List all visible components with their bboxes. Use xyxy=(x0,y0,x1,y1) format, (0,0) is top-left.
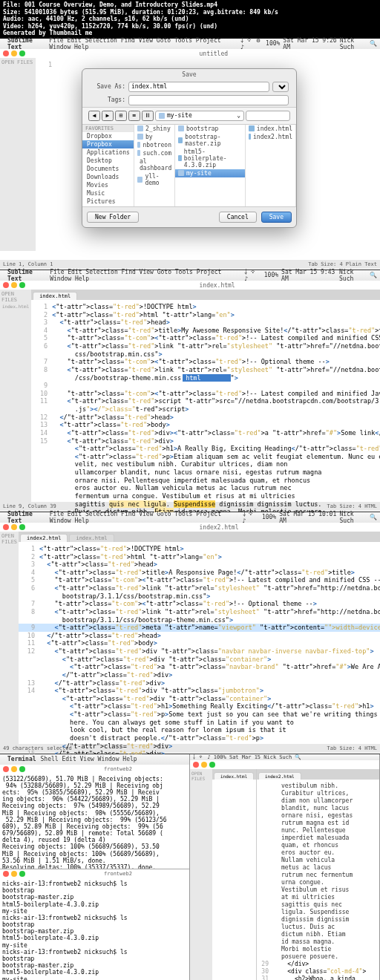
menu-items[interactable]: File Edit Selection Find View Goto Tools… xyxy=(49,37,236,50)
editor[interactable]: 1<"t-attr">class="t-red">!DOCTYPE html>2… xyxy=(31,300,380,519)
editor-tab[interactable]: index.html xyxy=(33,292,77,300)
filename-input[interactable] xyxy=(128,82,269,92)
save-button[interactable]: Save xyxy=(261,212,292,223)
fwd-button[interactable]: ▶ xyxy=(102,111,114,121)
menubar[interactable]: Sublime TextFile Edit Selection Find Vie… xyxy=(0,270,380,281)
window-title: untitled xyxy=(200,50,206,56)
editor-tab[interactable]: index2.html xyxy=(258,772,301,780)
open-files-sidebar: OPEN FILES xyxy=(0,58,36,251)
open-files-sidebar: OPEN FILES index.html xyxy=(0,290,31,502)
status-bar: Line 1, Column 1Tab Size: 4 Plain Text xyxy=(0,260,380,269)
view-icon-button[interactable]: ⊞ xyxy=(115,111,127,121)
back-button[interactable]: ◀ xyxy=(88,111,100,121)
file-column-1[interactable]: 2_shinybynbotreonsuch.comal dashboardyll… xyxy=(134,125,175,206)
terminal-menubar[interactable]: TerminalShell Edit View Window Help xyxy=(0,754,189,765)
wifi-icon: ⏚ ᯤ ⚙ ♪ xyxy=(240,37,263,50)
open-files-sidebar: OPEN FILES xyxy=(0,532,19,744)
dialog-title: Save xyxy=(82,69,296,80)
view-list-button[interactable]: ≡ xyxy=(128,111,140,121)
path-selector[interactable]: my-site⌄ xyxy=(155,111,244,121)
app-name: Sublime Text xyxy=(7,37,45,50)
editor[interactable]: vestibulum nibh. Curabitur ultrices, dia… xyxy=(257,780,379,980)
new-folder-button[interactable]: New Folder xyxy=(87,212,139,223)
tags-input[interactable] xyxy=(128,95,289,105)
search-icon[interactable]: 🔍 xyxy=(370,40,377,47)
editor-tab[interactable]: index.html xyxy=(69,534,114,542)
terminal[interactable]: nicks-air-13:frontweb2 nicksuch$ ls boot… xyxy=(0,878,189,980)
video-metadata: File: 001 Course Overview, Demo, and Int… xyxy=(0,0,380,39)
search-field[interactable] xyxy=(246,111,290,121)
file-column-2[interactable]: bootstrapbootstrap-master.ziphtml5-boile… xyxy=(175,125,246,206)
menubar[interactable]: Sublime Text File Edit Selection Find Vi… xyxy=(0,39,380,49)
editor-tab[interactable]: index2.html xyxy=(20,534,68,542)
cancel-button[interactable]: Cancel xyxy=(219,212,257,223)
tags-label: Tags: xyxy=(90,97,125,103)
view-col-button[interactable]: ⫼ xyxy=(142,111,154,121)
history-dropdown[interactable] xyxy=(272,82,289,92)
menubar[interactable]: Sublime TextFile Edit Selection Find Vie… xyxy=(0,512,380,523)
status-area: ⏚ ᯤ ⚙ ♪ 100% Sat Mar 15 9:26 AM Nick Suc… xyxy=(240,37,377,50)
favorites-sidebar[interactable]: FAVORITES DropboxPropboxApplicationsDesk… xyxy=(82,125,134,206)
terminal[interactable]: (53122/56689), 51.70 MiB | Receiving obj… xyxy=(0,774,189,869)
editor[interactable]: 1<"t-attr">class="t-red">!DOCTYPE html>2… xyxy=(19,542,380,769)
editor-tab[interactable]: index.html xyxy=(214,772,254,780)
save-dialog: Save Save As: Tags: ◀ ▶ ⊞ ≡ ⫼ my-site⌄ F… xyxy=(82,68,297,228)
file-column-3[interactable]: index.htmlindex2.html xyxy=(246,125,296,206)
save-as-label: Save As: xyxy=(90,83,125,90)
